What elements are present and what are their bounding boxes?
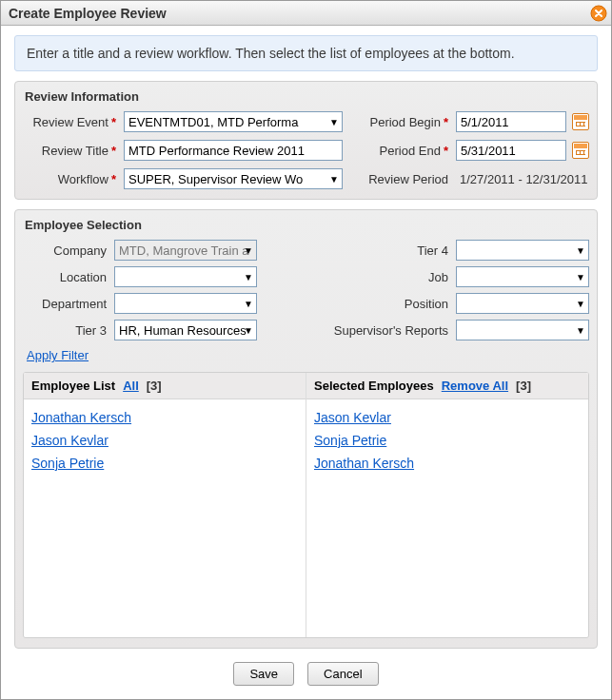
label-workflow: Workflow* [23,172,118,186]
employee-list-item[interactable]: Jason Kevlar [31,430,298,453]
employee-list-title: Employee List [31,379,115,393]
required-star: * [111,144,116,158]
label-tier3: Tier 3 [23,323,109,338]
selected-employees-header: Selected Employees Remove All [3] [306,373,588,399]
section-title-review-information: Review Information [25,89,587,104]
location-select[interactable]: ▼ [114,266,257,287]
employee-list-header: Employee List All [3] [24,373,306,399]
review-event-select[interactable]: EVENTMTD01, MTD Performa ▼ [124,111,343,132]
section-employee-selection: Employee Selection Company MTD, Mangrove… [14,209,598,649]
tier4-select[interactable]: ▼ [456,240,589,261]
section-title-employee-selection: Employee Selection [25,218,587,232]
info-banner: Enter a title and a review workflow. The… [14,35,598,71]
label-period-begin: Period Begin* [348,115,450,129]
selected-employees-column: Selected Employees Remove All [3] Jason … [306,373,588,637]
selected-employee-item[interactable]: Jonathan Kersch [314,453,581,476]
apply-filter-link[interactable]: Apply Filter [27,348,89,362]
tier3-select[interactable]: HR, Human Resources ▼ [114,320,257,340]
supervisors-reports-select[interactable]: ▼ [456,320,589,340]
position-select[interactable]: ▼ [456,293,589,314]
company-select[interactable]: MTD, Mangrove Train a ▼ [114,240,257,261]
label-job: Job [263,270,450,284]
required-star: * [444,144,448,158]
section-review-information: Review Information Review Event* EVENTMT… [14,81,598,200]
label-company: Company [23,243,109,258]
employee-list-item[interactable]: Sonja Petrie [31,453,298,476]
label-position: Position [263,297,450,311]
job-select[interactable]: ▼ [456,266,589,287]
calendar-icon[interactable] [572,113,589,130]
close-icon [590,5,607,22]
cancel-button[interactable]: Cancel [307,662,378,686]
dialog-create-employee-review: Create Employee Review Enter a title and… [0,0,612,700]
employee-list-column: Employee List All [3] Jonathan Kersch Ja… [24,373,306,637]
label-review-title: Review Title* [23,144,118,158]
button-row: Save Cancel [14,662,598,686]
save-button[interactable]: Save [233,662,294,686]
calendar-icon[interactable] [572,142,589,159]
selected-employee-item[interactable]: Sonja Petrie [314,430,581,453]
employee-list-body: Jonathan Kersch Jason Kevlar Sonja Petri… [24,399,306,482]
period-end-input[interactable]: 5/31/2011 [456,140,566,161]
remove-all-link[interactable]: Remove All [442,379,508,393]
window-title: Create Employee Review [9,6,590,21]
employee-lists: Employee List All [3] Jonathan Kersch Ja… [23,372,589,638]
label-review-event: Review Event* [23,115,118,129]
required-star: * [111,172,116,186]
close-button[interactable] [590,5,607,22]
required-star: * [111,115,116,129]
department-select[interactable]: ▼ [114,293,257,314]
workflow-select[interactable]: SUPER, Supervisor Review Wo ▼ [124,168,343,189]
period-begin-input[interactable]: 5/1/2011 [456,111,566,132]
employee-list-all-link[interactable]: All [123,379,139,393]
label-location: Location [23,270,109,284]
label-tier4: Tier 4 [263,243,450,258]
review-period-value: 1/27/2011 - 12/31/2011 [456,172,589,186]
label-review-period: Review Period [348,172,450,186]
employee-list-item[interactable]: Jonathan Kersch [31,407,298,430]
titlebar: Create Employee Review [1,1,611,26]
label-supervisors-reports: Supervisor's Reports [263,323,450,338]
employee-list-count: [3] [147,379,162,393]
label-department: Department [23,297,109,311]
selected-employees-body: Jason Kevlar Sonja Petrie Jonathan Kersc… [306,399,588,482]
required-star: * [444,115,448,129]
selected-employees-count: [3] [516,379,531,393]
selected-employees-title: Selected Employees [314,379,434,393]
selected-employee-item[interactable]: Jason Kevlar [314,407,581,430]
label-period-end: Period End* [348,144,450,158]
review-title-input[interactable]: MTD Performance Review 2011 [124,140,343,161]
